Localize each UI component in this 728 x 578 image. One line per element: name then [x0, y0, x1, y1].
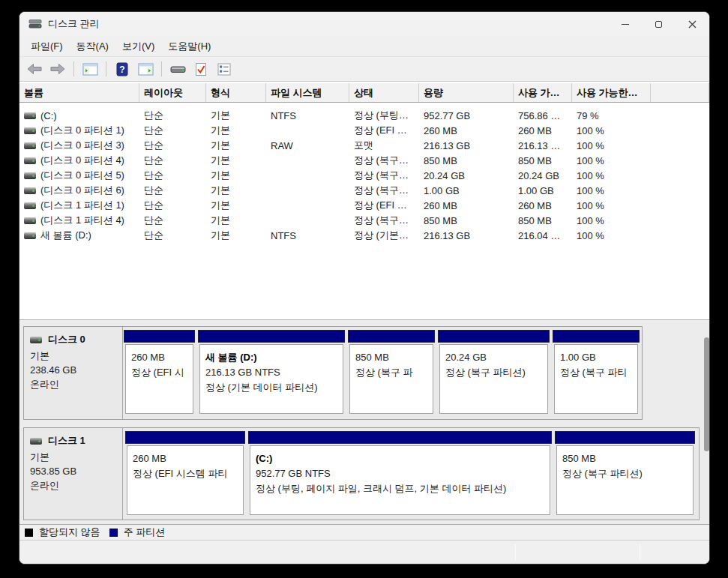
- capacity-cell: 1.00 GB: [419, 185, 514, 196]
- disk-name-row: 디스크 1: [30, 434, 122, 448]
- minimize-icon: [622, 24, 629, 25]
- properties-icon[interactable]: [214, 60, 234, 78]
- menu-bar: 파일(F) 동작(A) 보기(V) 도움말(H): [19, 36, 709, 56]
- volume-name-cell: (디스크 0 파티션 3): [19, 139, 139, 152]
- free-space-cell: 756.86 …: [514, 110, 572, 121]
- capacity-cell: 260 MB: [419, 125, 514, 136]
- percent-free-cell: 100 %: [572, 185, 651, 196]
- menu-item-file[interactable]: 파일(F): [24, 37, 70, 56]
- partition-block[interactable]: 1.00 GB정상 (복구 파티: [553, 330, 640, 417]
- volume-row[interactable]: 새 볼륨 (D:)단순기본NTFS정상 (기본…216.13 GB216.04 …: [19, 228, 709, 243]
- partition-status: 정상 (복구 파티션): [562, 466, 693, 481]
- partition-color-bar: [124, 330, 195, 343]
- status-cell: 정상 (복구…: [349, 214, 419, 227]
- partition-color-bar: [555, 431, 695, 444]
- menu-item-help[interactable]: 도움말(H): [161, 37, 217, 56]
- type-cell: 기본: [206, 124, 266, 137]
- partition-status: 정상 (복구 파: [355, 365, 433, 380]
- partition-status: 정상 (복구 파티: [560, 365, 637, 380]
- console-tree-icon[interactable]: [80, 60, 100, 78]
- capacity-cell: 216.13 GB: [419, 230, 514, 241]
- volume-row[interactable]: (디스크 0 파티션 6)단순기본정상 (복구…1.00 GB1.00 GB10…: [19, 183, 709, 198]
- forward-icon[interactable]: [48, 60, 67, 78]
- partition-color-bar: [248, 431, 552, 444]
- status-bar-separator: [640, 544, 640, 560]
- column-header[interactable]: [651, 83, 709, 102]
- help-icon[interactable]: ?: [112, 60, 132, 78]
- free-space-cell: 850 MB: [514, 215, 572, 226]
- volume-row[interactable]: (디스크 0 파티션 5)단순기본정상 (복구…20.24 GB20.24 GB…: [19, 168, 709, 183]
- partition-block[interactable]: 850 MB정상 (복구 파: [348, 330, 435, 417]
- partition-size: 1.00 GB: [560, 350, 637, 365]
- column-header[interactable]: 사용 가능한…: [572, 83, 651, 102]
- app-icon: [28, 19, 42, 29]
- back-icon[interactable]: [25, 60, 44, 78]
- toolbar-separator: [161, 61, 162, 76]
- minimize-button[interactable]: [608, 12, 642, 36]
- volume-row[interactable]: (디스크 0 파티션 1)단순기본정상 (EFI …260 MB260 MB10…: [19, 123, 709, 138]
- volume-name-cell: (디스크 0 파티션 1): [19, 124, 139, 137]
- disk-status: 온라인: [30, 478, 122, 493]
- column-header[interactable]: 형식: [206, 83, 266, 102]
- action-pane-icon[interactable]: [136, 60, 155, 78]
- capacity-cell: 850 MB: [419, 215, 514, 226]
- volume-row[interactable]: (디스크 1 파티션 4)단순기본정상 (복구…850 MB850 MB100 …: [19, 213, 709, 228]
- filesystem-cell: NTFS: [266, 230, 349, 241]
- type-cell: 기본: [206, 229, 266, 242]
- partition-block[interactable]: 20.24 GB정상 (복구 파티션): [438, 330, 550, 417]
- partition-title: 새 볼륨 (D:): [205, 350, 343, 365]
- partition-status: 정상 (EFI 시: [131, 365, 193, 380]
- volume-name-cell: (디스크 1 파티션 1): [19, 199, 139, 212]
- unallocated-legend-swatch: [25, 529, 33, 537]
- volume-name-cell: (디스크 1 파티션 4): [19, 214, 139, 227]
- menu-item-view[interactable]: 보기(V): [115, 37, 161, 56]
- partition-size: 216.13 GB NTFS: [205, 365, 343, 380]
- column-header[interactable]: 볼륨: [19, 83, 139, 102]
- status-cell: 정상 (부팅…: [349, 109, 419, 122]
- column-header[interactable]: 파일 시스템: [266, 83, 349, 102]
- layout-cell: 단순: [139, 229, 206, 242]
- volume-row[interactable]: (C:)단순기본NTFS정상 (부팅…952.77 GB756.86 …79 %: [19, 108, 709, 123]
- vertical-scrollbar-thumb[interactable]: [704, 337, 709, 451]
- close-button[interactable]: [676, 12, 709, 36]
- status-cell: 정상 (복구…: [349, 154, 419, 167]
- disk-type: 기본: [30, 450, 122, 464]
- status-bar: [19, 540, 709, 564]
- volume-icon: [24, 112, 36, 119]
- disk-name: 디스크 0: [48, 333, 85, 346]
- volume-row[interactable]: (디스크 0 파티션 3)단순기본RAW포맷216.13 GB216.13 …1…: [19, 138, 709, 153]
- type-cell: 기본: [206, 109, 266, 122]
- percent-free-cell: 100 %: [572, 215, 651, 226]
- partition-block[interactable]: 새 볼륨 (D:)216.13 GB NTFS정상 (기본 데이터 파티션): [198, 330, 345, 417]
- volume-icon: [24, 202, 36, 209]
- partition-body: 260 MB정상 (EFI 시: [125, 344, 193, 414]
- disk-size: 953.85 GB: [30, 464, 122, 478]
- volume-list-pane: 볼륨레이아웃형식파일 시스템상태용량사용 가…사용 가능한… (C:)단순기본N…: [19, 81, 709, 319]
- disk-name-row: 디스크 0: [30, 333, 122, 346]
- percent-free-cell: 100 %: [572, 230, 651, 241]
- maximize-button[interactable]: [642, 12, 676, 36]
- volume-row[interactable]: (디스크 0 파티션 4)단순기본정상 (복구…850 MB850 MB100 …: [19, 153, 709, 168]
- column-header[interactable]: 사용 가…: [514, 83, 572, 102]
- drive-icon[interactable]: [168, 60, 187, 78]
- disk-label[interactable]: 디스크 1기본953.85 GB온라인: [24, 428, 123, 520]
- partition-block[interactable]: 850 MB정상 (복구 파티션): [555, 431, 695, 518]
- layout-cell: 단순: [139, 184, 206, 197]
- column-header[interactable]: 레이아웃: [139, 83, 206, 102]
- partition-block[interactable]: (C:)952.77 GB NTFS정상 (부팅, 페이지 파일, 크래시 덤프…: [248, 431, 552, 518]
- volume-icon: [24, 187, 36, 194]
- partition-block[interactable]: 260 MB정상 (EFI 시: [124, 330, 195, 417]
- partition-block[interactable]: 260 MB정상 (EFI 시스템 파티: [125, 431, 245, 518]
- partition-color-bar: [553, 330, 640, 343]
- check-document-icon[interactable]: [191, 60, 211, 78]
- filesystem-cell: NTFS: [266, 110, 349, 121]
- disk-label[interactable]: 디스크 0기본238.46 GB온라인: [24, 327, 123, 419]
- column-header[interactable]: 상태: [349, 83, 419, 102]
- volume-row[interactable]: (디스크 1 파티션 1)단순기본정상 (EFI …260 MB260 MB10…: [19, 198, 709, 213]
- primary-partition-legend-label: 주 파티션: [124, 526, 166, 539]
- status-cell: 정상 (복구…: [349, 184, 419, 197]
- volume-name-cell: 새 볼륨 (D:): [19, 229, 139, 242]
- volume-icon: [24, 217, 36, 224]
- menu-item-action[interactable]: 동작(A): [70, 37, 115, 56]
- column-header[interactable]: 용량: [419, 83, 514, 102]
